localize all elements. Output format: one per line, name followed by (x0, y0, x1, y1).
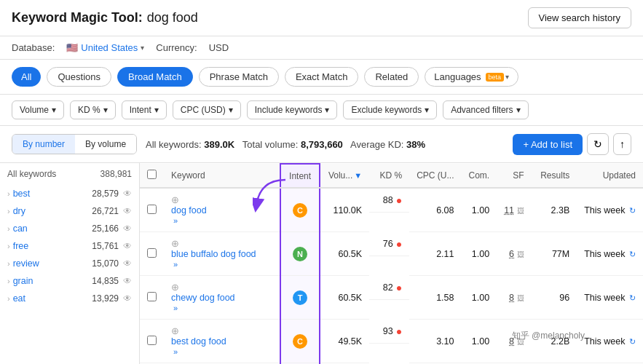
kd-dot: ● (396, 282, 402, 293)
sidebar-count: 15,761 (92, 241, 119, 251)
sidebar-item[interactable]: › best 28,579 👁 (0, 185, 139, 202)
volume-filter[interactable]: Volume ▾ (12, 100, 64, 119)
row-checkbox[interactable] (147, 336, 157, 345)
languages-button[interactable]: Languages beta ▾ (425, 67, 518, 87)
sidebar-item[interactable]: › free 15,761 👁 (0, 237, 139, 255)
eye-icon[interactable]: 👁 (123, 223, 132, 234)
cpc-filter[interactable]: CPC (USD) ▾ (173, 100, 241, 119)
exclude-label: Exclude keywords (351, 105, 422, 115)
row-results-cell: 2.3B (532, 188, 577, 232)
intent-badge: C (293, 334, 307, 349)
tab-questions[interactable]: Questions (47, 67, 111, 87)
include-keywords-filter[interactable]: Include keywords ▾ (247, 100, 338, 119)
sidebar-keyword-text[interactable]: can (13, 223, 28, 234)
keyword-link[interactable]: best dog food (171, 336, 272, 347)
sidebar-count: 14,835 (92, 276, 119, 286)
keyword-link[interactable]: chewy dog food (171, 293, 272, 303)
plus-icon: ⊕ (171, 326, 179, 336)
row-checkbox[interactable] (147, 248, 157, 258)
exclude-keywords-filter[interactable]: Exclude keywords ▾ (343, 100, 437, 119)
add-to-list-button[interactable]: + Add to list (513, 134, 583, 155)
by-volume-btn[interactable]: By volume (75, 135, 136, 154)
sidebar-item[interactable]: › grain 14,835 👁 (0, 272, 139, 290)
view-history-button[interactable]: View search history (528, 7, 631, 28)
sidebar-count: 13,929 (92, 293, 119, 304)
th-keyword: Keyword (164, 164, 280, 188)
kd-value: 82 (383, 282, 393, 293)
sf-value[interactable]: 6 (509, 249, 514, 259)
tab-phrase-match[interactable]: Phrase Match (199, 67, 279, 87)
chevron-right-icon: › (7, 207, 10, 215)
th-volume[interactable]: Volu... ▼ (320, 164, 369, 188)
plus-icon: ⊕ (171, 195, 179, 205)
eye-icon[interactable]: 👁 (123, 206, 132, 216)
country-name: United States (81, 42, 138, 53)
eye-icon[interactable]: 👁 (123, 258, 132, 269)
chevron-down-icon: ▾ (141, 44, 144, 52)
eye-icon[interactable]: 👁 (123, 189, 132, 199)
sidebar-item[interactable]: › can 25,166 👁 (0, 220, 139, 237)
all-keywords-label: All keywords: (146, 139, 202, 150)
th-cpc: CPC (U... (409, 164, 461, 188)
refresh-icon: ↻ (629, 293, 636, 302)
sidebar-keyword-text[interactable]: review (13, 258, 39, 269)
search-query: dog food (147, 10, 198, 25)
sf-value[interactable]: 8 (509, 293, 514, 303)
tab-related[interactable]: Related (364, 67, 419, 87)
keyword-link[interactable]: blue buffalo dog food (171, 249, 272, 259)
updated-value: This week (584, 249, 625, 259)
row-keyword-cell: ⊕ dog food » (164, 188, 280, 232)
row-checkbox-cell (140, 232, 164, 276)
total-volume-value: 8,793,660 (301, 139, 343, 150)
row-checkbox[interactable] (147, 292, 157, 301)
select-all-checkbox[interactable] (147, 170, 157, 179)
sidebar-keyword-header: All keywords (7, 169, 56, 179)
intent-filter[interactable]: Intent ▾ (122, 100, 167, 119)
eye-icon[interactable]: 👁 (123, 293, 132, 304)
row-intent-cell: C (280, 188, 320, 232)
arrow-right-icon: » (173, 216, 178, 225)
match-tabs-bar: All Questions Broad Match Phrase Match E… (0, 60, 643, 95)
tab-all[interactable]: All (12, 67, 41, 87)
sidebar-keyword-text[interactable]: best (13, 189, 31, 199)
tab-broad-match[interactable]: Broad Match (117, 67, 193, 87)
row-checkbox-cell (140, 188, 164, 232)
sidebar-keyword-text[interactable]: grain (13, 276, 33, 286)
sf-value[interactable]: 11 (504, 205, 514, 215)
chevron-down-icon: ▾ (229, 105, 233, 115)
country-dropdown[interactable]: 🇺🇸 United States ▾ (66, 42, 144, 53)
refresh-button[interactable]: ↻ (587, 133, 609, 155)
row-checkbox[interactable] (147, 205, 157, 214)
sidebar-count: 15,070 (92, 258, 119, 269)
intent-badge: T (293, 290, 307, 305)
updated-value: This week (584, 293, 625, 303)
sidebar-item[interactable]: › dry 26,721 👁 (0, 202, 139, 220)
sidebar-keyword-text[interactable]: free (13, 241, 29, 251)
by-number-btn[interactable]: By number (12, 135, 75, 154)
kd-filter[interactable]: KD % ▾ (70, 100, 116, 119)
volume-label: Volume (20, 105, 49, 115)
kd-label: KD % (78, 105, 100, 115)
header-left: Keyword Magic Tool: dog food (12, 10, 198, 25)
refresh-icon: ↻ (629, 250, 636, 258)
tab-exact-match[interactable]: Exact Match (285, 67, 359, 87)
eye-icon[interactable]: 👁 (123, 276, 132, 286)
sidebar-keyword-text[interactable]: eat (13, 293, 25, 304)
export-button[interactable]: ↑ (613, 133, 631, 155)
subheader: Database: 🇺🇸 United States ▾ Currency: U… (0, 36, 643, 60)
sidebar-count-header: 388,981 (100, 169, 132, 179)
arrow-right-icon: » (173, 347, 178, 356)
sf-icon: 🖼 (517, 294, 524, 302)
sidebar-count: 26,721 (92, 206, 119, 216)
tool-title: Keyword Magic Tool: (12, 10, 143, 25)
sidebar-item[interactable]: › eat 13,929 👁 (0, 290, 139, 307)
sidebar-item[interactable]: › review 15,070 👁 (0, 255, 139, 272)
table-row: ⊕ dog food » C 110.0K 88 ● 6.08 1.00 11 … (140, 188, 643, 232)
kd-dot: ● (396, 194, 402, 206)
advanced-filters[interactable]: Advanced filters ▾ (443, 100, 528, 119)
row-keyword-cell: ⊕ chewy dog food » (164, 276, 280, 320)
eye-icon[interactable]: 👁 (123, 241, 132, 251)
sidebar-keyword-text[interactable]: dry (13, 206, 25, 216)
keyword-link[interactable]: dog food (171, 205, 272, 215)
th-kd: KD % (369, 164, 409, 188)
